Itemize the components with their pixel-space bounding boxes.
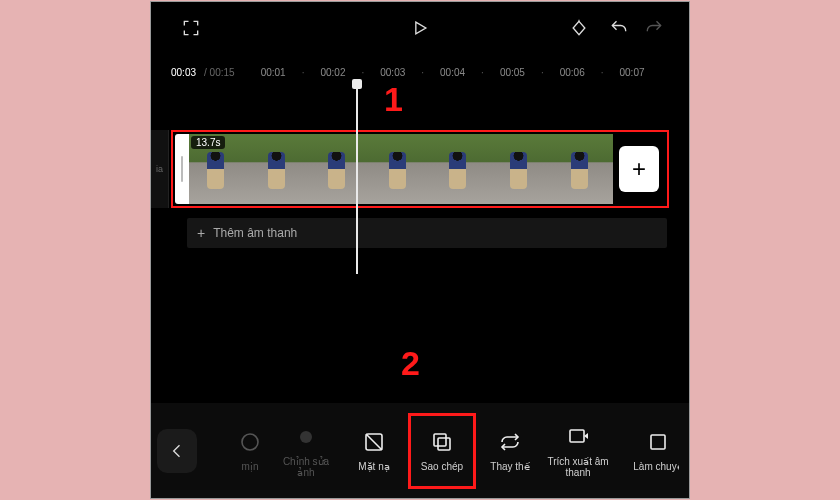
tool-extract-audio[interactable]: Trích xuất âm thanh: [545, 414, 611, 488]
svg-point-0: [242, 434, 258, 450]
extract-audio-icon: [566, 425, 590, 449]
add-clip-button[interactable]: +: [619, 146, 659, 192]
add-audio-label: Thêm âm thanh: [213, 226, 297, 240]
playhead[interactable]: [356, 84, 358, 274]
clip-row[interactable]: +: [175, 134, 665, 204]
plus-icon: +: [197, 225, 205, 241]
left-side-tab[interactable]: ia: [151, 130, 169, 208]
clip-duration-badge: 13.7s: [191, 136, 225, 149]
transform-icon: [646, 430, 670, 454]
svg-rect-5: [434, 434, 446, 446]
tool-transform[interactable]: Làm chuyể: [613, 414, 679, 488]
add-audio-row[interactable]: + Thêm âm thanh: [187, 218, 667, 248]
timeline-highlight: 13.7s +: [171, 130, 669, 208]
tick-label: 00:07: [620, 67, 645, 78]
tool-copy[interactable]: Sao chép: [409, 414, 475, 488]
tick-label: 00:04: [440, 67, 465, 78]
dot-icon: [294, 425, 318, 449]
undo-icon: [609, 18, 629, 38]
tick-label: 00:03: [380, 67, 405, 78]
fullscreen-button[interactable]: [181, 18, 201, 42]
tool-replace[interactable]: Thay thế: [477, 414, 543, 488]
time-ruler[interactable]: 00:03 / 00:15 00:01· 00:02· 00:03· 00:04…: [151, 60, 689, 84]
tick-label: 00:05: [500, 67, 525, 78]
play-icon: [410, 18, 430, 38]
undo-button[interactable]: [609, 18, 629, 42]
clip-frame: [552, 134, 613, 204]
mask-icon: [362, 430, 386, 454]
bottom-toolbar: mịn Chỉnh sửa ảnh Mặt nạ Sao chép Thay t…: [151, 403, 689, 498]
tick-label: 00:06: [560, 67, 585, 78]
tool-mask[interactable]: Mặt nạ: [341, 414, 407, 488]
top-toolbar: [151, 10, 689, 50]
editor-screen: 00:03 / 00:15 00:01· 00:02· 00:03· 00:04…: [150, 1, 690, 499]
clip-frame: [371, 134, 432, 204]
circle-cut-icon: [238, 430, 262, 454]
tick-label: 00:01: [261, 67, 286, 78]
svg-rect-4: [438, 438, 450, 450]
time-current: 00:03: [171, 67, 196, 78]
svg-line-3: [366, 434, 382, 450]
time-total: / 00:15: [204, 67, 235, 78]
tool-smooth[interactable]: mịn: [205, 414, 271, 488]
clip-frame: [250, 134, 311, 204]
redo-button[interactable]: [644, 18, 664, 42]
tool-edit-photo[interactable]: Chỉnh sửa ảnh: [273, 414, 339, 488]
svg-rect-7: [651, 435, 665, 449]
tick-label: 00:02: [320, 67, 345, 78]
expand-icon: [181, 18, 201, 38]
keyframe-button[interactable]: [569, 18, 589, 42]
chevron-left-icon: [167, 441, 187, 461]
clip-frames[interactable]: [189, 134, 613, 204]
clip-trim-handle[interactable]: [175, 134, 189, 204]
annotation-1: 1: [384, 80, 403, 119]
replace-icon: [498, 430, 522, 454]
diamond-icon: [569, 18, 589, 38]
play-button[interactable]: [410, 18, 430, 42]
annotation-2: 2: [401, 344, 420, 383]
clip-frame: [431, 134, 492, 204]
clip-frame: [310, 134, 371, 204]
svg-point-1: [300, 431, 312, 443]
back-button[interactable]: [157, 429, 197, 473]
copy-icon: [430, 430, 454, 454]
clip-frame: [492, 134, 553, 204]
svg-rect-6: [570, 430, 584, 442]
redo-icon: [644, 18, 664, 38]
